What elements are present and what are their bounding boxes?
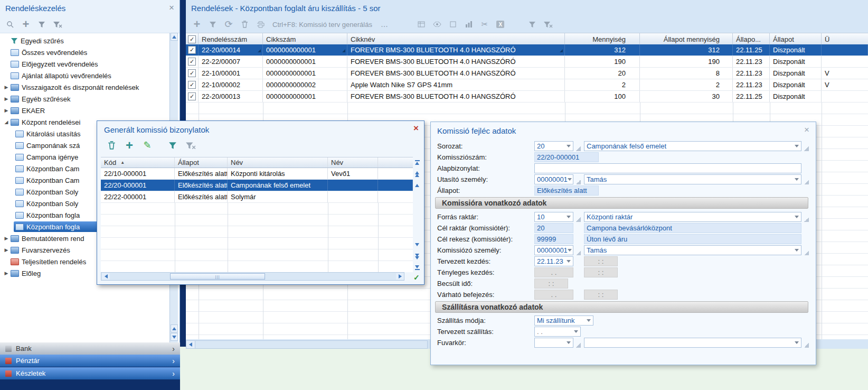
tree-item-ajanlat-allapotu[interactable]: Ajánlat állapotú vevőrendelés (0, 70, 169, 81)
chevron-right-icon[interactable]: ▶ (4, 236, 9, 241)
source-warehouse-name-select[interactable]: Központi raktár (584, 212, 801, 222)
add-icon[interactable]: + (189, 18, 205, 31)
row-checkbox[interactable]: ✓ (188, 46, 196, 54)
cell-status-qty[interactable]: 312 (640, 44, 733, 55)
column-header-kod[interactable]: Kód▲ (101, 157, 175, 168)
planned-start-time-field[interactable]: : : (584, 256, 618, 266)
column-header-allapot[interactable]: Állapot (175, 157, 228, 168)
column-header-order-no[interactable]: Rendelésszám (199, 33, 263, 45)
delete-icon[interactable] (102, 139, 120, 152)
excel-export-icon[interactable]: X (493, 18, 508, 31)
cell-item-no[interactable]: 0000000000002 (263, 79, 347, 90)
cut-icon[interactable]: ✂ (477, 18, 493, 31)
chevron-right-icon[interactable]: ▶ (4, 247, 9, 253)
cell-status[interactable]: Diszponált (770, 91, 822, 102)
column-header-qty[interactable]: Mennyiség (565, 33, 640, 45)
cell-nev-2[interactable] (328, 191, 378, 202)
instructor-code-select[interactable]: 00000001 (534, 174, 573, 184)
cell-item-no[interactable]: 0000000000001 (263, 91, 347, 102)
delete-icon[interactable] (237, 18, 252, 31)
tree-item-egyedi-szures[interactable]: Egyedi szűrés (0, 35, 169, 47)
cell-qty[interactable]: 312 (565, 44, 640, 55)
picker-name-select[interactable]: Tamás (584, 245, 801, 255)
clear-filter-icon[interactable] (182, 139, 200, 152)
cell-qty[interactable]: 190 (565, 56, 640, 67)
scroll-down-icon[interactable] (171, 333, 178, 341)
cell-allapot[interactable]: Előkészítés alatt (175, 191, 228, 202)
cell-kod[interactable]: 22/22-000001 (101, 191, 175, 202)
cell-status-date[interactable]: 22.11.23 (733, 79, 770, 90)
cell-status[interactable]: Diszponált (770, 44, 822, 55)
cell-order-no[interactable]: 22-10/00001 (199, 68, 263, 79)
cell-nev-1[interactable]: Központi kitárolás (228, 168, 328, 179)
table-row[interactable]: ✓ 22-20/00014 0000000000001 FOREVER BMS-… (186, 44, 868, 56)
row-checkbox[interactable]: ✓ (188, 92, 196, 100)
page-up-icon[interactable] (413, 170, 421, 178)
target-bin-code-field[interactable]: 99999 (534, 234, 573, 244)
filter-icon[interactable] (164, 139, 182, 152)
scroll-right-icon[interactable] (396, 273, 404, 280)
chevron-right-icon[interactable]: ▶ (4, 85, 9, 90)
cell-order-no[interactable]: 22-20/00013 (199, 91, 263, 102)
checkbox-checked-icon[interactable]: ✓ (188, 35, 196, 43)
scroll-to-bottom-icon[interactable] (413, 264, 421, 272)
transport-round-code-select[interactable] (534, 338, 573, 348)
column-header-nev-1[interactable]: Név (228, 157, 328, 168)
row-checkbox[interactable]: ✓ (188, 81, 196, 89)
scroll-left-icon[interactable] (102, 273, 110, 280)
nav-item-bank[interactable]: Bank › (0, 342, 180, 355)
column-header-item-no[interactable]: Cikkszám (263, 33, 347, 45)
cell-partner[interactable] (822, 91, 868, 102)
filter-icon[interactable] (205, 18, 221, 31)
cell-item-name[interactable]: FOREVER BMS-300 BLUETOOTH 4.0 HANGSZÓRÓ (347, 91, 565, 102)
orders-hscrollbar[interactable] (186, 340, 428, 349)
dialog-row[interactable]: 22/10-000001 Előkészítés alatt Központi … (101, 168, 413, 180)
line-up-icon[interactable] (413, 181, 421, 190)
cell-partner[interactable] (822, 44, 868, 55)
filter-icon[interactable] (34, 18, 50, 31)
table-row[interactable]: ✓ 22-22/00007 0000000000001 FOREVER BMS-… (186, 56, 868, 68)
planned-shipping-date-select[interactable]: . . (534, 327, 581, 337)
tree-item-ekaer[interactable]: ▶EKAER (0, 105, 169, 116)
more-icon[interactable]: ... (376, 18, 392, 31)
cell-status-date[interactable]: 22.11.23 (733, 68, 770, 79)
chevron-expanded-icon[interactable]: ◢ (4, 119, 9, 125)
scroll-up-icon[interactable] (171, 324, 178, 332)
close-icon[interactable]: × (413, 124, 419, 133)
add-icon[interactable]: + (18, 18, 34, 31)
close-icon[interactable]: × (169, 3, 174, 12)
table-row[interactable]: ✓ 22-10/00001 0000000000001 FOREVER BMS-… (186, 68, 868, 79)
header-select-all[interactable]: ✓ (186, 33, 199, 45)
target-warehouse-name-field[interactable]: Campona bevásárlóközpont (584, 223, 801, 233)
chart-icon[interactable] (461, 18, 477, 31)
column-header-status-qty[interactable]: Állapot mennyiség (640, 33, 733, 45)
column-header-item-name[interactable]: Cikknév (347, 33, 565, 45)
cell-nev-1[interactable]: Solymár (228, 191, 328, 202)
scroll-left-icon[interactable] (186, 341, 195, 348)
edit-icon[interactable]: ✎ (138, 139, 156, 152)
row-checkbox[interactable]: ✓ (188, 58, 196, 66)
transport-round-name-select[interactable] (584, 338, 801, 348)
apply-check-icon[interactable]: ✓ (413, 273, 420, 282)
close-icon[interactable]: × (804, 125, 809, 134)
dialog-row[interactable]: 22/22-000001 Előkészítés alatt Solymár (101, 191, 413, 203)
tree-item-osszes-vevorendeles[interactable]: Összes vevőrendelés (0, 47, 169, 58)
chevron-right-icon[interactable]: ▶ (4, 96, 9, 101)
cell-allapot[interactable]: Előkészítés alatt (175, 180, 228, 191)
cell-item-no[interactable]: 0000000000001 (263, 44, 347, 55)
view-icon[interactable] (429, 18, 445, 31)
cell-status-date[interactable]: 22.11.25 (733, 44, 770, 55)
cell-nev-1[interactable]: Camponának felső emelet (228, 180, 328, 191)
cell-qty[interactable]: 2 (565, 79, 640, 90)
cell-item-name[interactable]: FOREVER BMS-300 BLUETOOTH 4.0 HANGSZÓRÓ (347, 68, 565, 79)
cell-order-no[interactable]: 22-10/00002 (199, 79, 263, 90)
column-header-status-date[interactable]: Állapo... (733, 33, 770, 45)
table-row[interactable]: ✓ 22-20/00013 0000000000001 FOREVER BMS-… (186, 91, 868, 103)
cell-status-qty[interactable]: 8 (640, 68, 733, 79)
tree-item-visszaigazolt[interactable]: ▶Visszaigazolt és diszponált rendelések (0, 81, 169, 93)
instructor-name-select[interactable]: Tamás (584, 174, 801, 184)
add-icon[interactable]: + (120, 139, 138, 152)
cell-item-no[interactable]: 0000000000001 (263, 56, 347, 67)
cell-kod[interactable]: 22/10-000001 (101, 168, 175, 179)
row-checkbox[interactable]: ✓ (188, 69, 196, 77)
